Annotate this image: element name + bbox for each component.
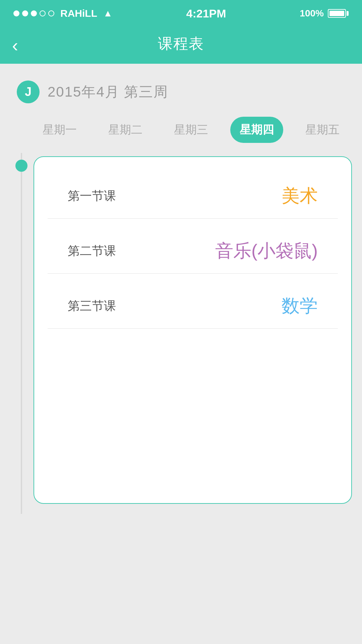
lesson-row-1[interactable]: 第一节课 美术: [48, 170, 338, 219]
battery-body: [328, 9, 346, 18]
lesson-row-2[interactable]: 第二节课 音乐(小袋鼠): [48, 225, 338, 274]
tab-wednesday[interactable]: 星期三: [165, 117, 218, 143]
dot-1: [13, 10, 19, 16]
timeline-line: [21, 153, 22, 514]
battery-icon: [328, 9, 349, 18]
date-header: J 2015年4月 第三周: [0, 74, 362, 113]
timeline-dot: [15, 160, 27, 172]
date-icon: J: [17, 80, 40, 103]
status-right: 100%: [300, 8, 349, 19]
battery-text: 100%: [300, 8, 324, 19]
lesson-2-label: 第二节课: [68, 243, 116, 259]
dot-4: [40, 10, 46, 16]
empty-space: [34, 329, 351, 496]
battery-fill: [329, 11, 344, 16]
tab-friday[interactable]: 星期五: [296, 117, 349, 143]
main-content: J 2015年4月 第三周 星期一 星期二 星期三 星期四 星期五 第一节课 美…: [0, 64, 362, 644]
status-left: RAHiLL ▲: [13, 8, 113, 19]
schedule-card: 第一节课 美术 第二节课 音乐(小袋鼠) 第三节课 数学: [34, 156, 352, 504]
dot-5: [48, 10, 54, 16]
lesson-row-3[interactable]: 第三节课 数学: [48, 280, 338, 329]
tab-monday[interactable]: 星期一: [33, 117, 86, 143]
back-button[interactable]: ‹: [12, 35, 18, 56]
date-icon-letter: J: [25, 85, 32, 99]
status-bar: RAHiLL ▲ 4:21PM 100%: [0, 0, 362, 27]
day-tabs: 星期一 星期二 星期三 星期四 星期五: [0, 113, 362, 153]
content-area: 第一节课 美术 第二节课 音乐(小袋鼠) 第三节课 数学: [0, 153, 362, 514]
tab-tuesday[interactable]: 星期二: [99, 117, 152, 143]
signal-dots: [13, 10, 54, 16]
dot-2: [22, 10, 28, 16]
lesson-1-label: 第一节课: [68, 188, 116, 204]
status-time: 4:21PM: [186, 7, 226, 20]
lesson-1-subject: 美术: [282, 184, 318, 208]
battery-tip: [347, 11, 349, 16]
lesson-2-subject: 音乐(小袋鼠): [215, 239, 318, 263]
tab-thursday[interactable]: 星期四: [230, 117, 283, 143]
nav-title: 课程表: [158, 34, 204, 54]
wifi-icon: ▲: [103, 8, 113, 19]
lesson-3-subject: 数学: [282, 294, 318, 318]
nav-bar: ‹ 课程表: [0, 27, 362, 64]
carrier-text: RAHiLL: [60, 8, 97, 19]
date-text: 2015年4月 第三周: [48, 83, 168, 101]
lesson-3-label: 第三节课: [68, 298, 116, 314]
dot-3: [31, 10, 37, 16]
